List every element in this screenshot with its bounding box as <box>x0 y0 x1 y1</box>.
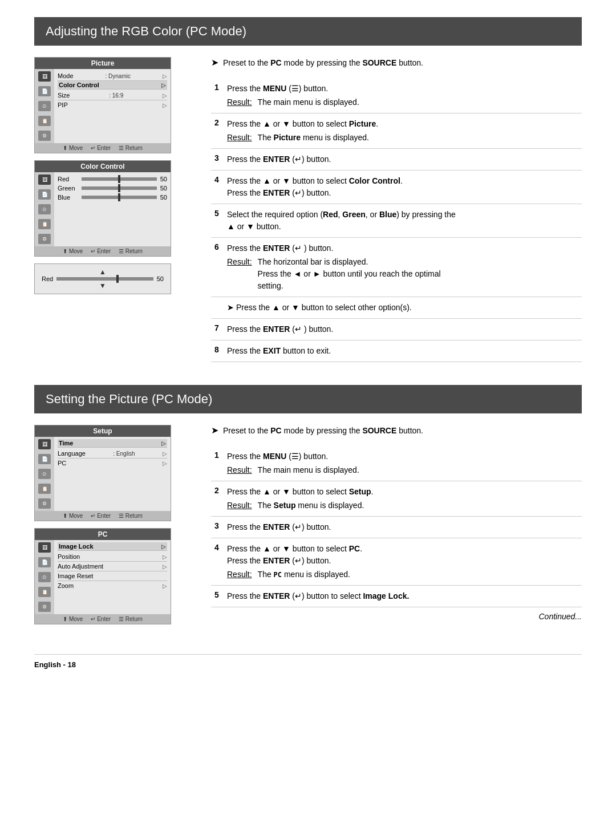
step-8-row: 8 Press the EXIT button to exit. <box>211 340 582 362</box>
cc-red-row: Red 50 <box>58 175 167 184</box>
picture-row-pip: PIP ▷ <box>58 100 167 109</box>
section1-header: Adjusting the RGB Color (PC Mode) <box>34 17 582 46</box>
picture-row-size: Size : 16:9 ▷ <box>58 91 167 100</box>
step-7-content: Press the ENTER (↵ ) button. <box>224 319 582 340</box>
section2-steps-table: 1 Press the MENU (☰) button. Result: The… <box>211 446 582 607</box>
section-setting-picture: Setting the Picture (PC Mode) Setup 🖼 📄 … <box>34 385 582 631</box>
section2-content: Setup 🖼 📄 ⊙ 📋 ⚙ Time ▷ <box>34 425 582 631</box>
menu-icon-4: 📋 <box>38 116 51 126</box>
s2-step-5-row: 5 Press the ENTER (↵) button to select I… <box>211 586 582 607</box>
section1-steps-table: 1 Press the MENU (☰) button. Result: The… <box>211 78 582 362</box>
cc-icon-1: 🖼 <box>38 175 51 185</box>
setup-row-pc: PC ▷ <box>58 458 167 468</box>
step-3-num: 3 <box>211 149 224 171</box>
red-slider-thumb <box>118 175 120 183</box>
s2-step-2-num: 2 <box>211 481 224 517</box>
section2-title: Setting the Picture <box>46 392 148 406</box>
pc-row-imagelock: Image Lock ▷ <box>58 542 167 551</box>
single-slider-box: ▲ Red 50 ▼ <box>34 263 171 294</box>
setup-menu-box: Setup 🖼 📄 ⊙ 📋 ⚙ Time ▷ <box>34 425 171 521</box>
color-control-menu-title: Color Control <box>35 161 171 172</box>
section1-left: Picture 🖼 📄 ⊙ 📋 ⚙ Mode : Dynamic ▷ <box>34 57 194 362</box>
step-3-row: 3 Press the ENTER (↵) button. <box>211 149 582 171</box>
pc-menu-title: PC <box>35 529 171 540</box>
setup-items: Time ▷ Language : English ▷ PC ▷ <box>54 437 171 511</box>
step-1-num: 1 <box>211 78 224 113</box>
color-control-items: Red 50 Green 50 Blue 50 <box>54 172 171 246</box>
step-tip-num <box>211 297 224 319</box>
step-3-content: Press the ENTER (↵) button. <box>224 149 582 171</box>
green-slider-track <box>82 186 157 190</box>
color-control-icons: 🖼 📄 ⊙ 📋 ⚙ <box>35 172 54 246</box>
section2-left: Setup 🖼 📄 ⊙ 📋 ⚙ Time ▷ <box>34 425 194 631</box>
blue-slider-track <box>82 196 157 199</box>
pc-icon-4: 📋 <box>38 587 51 597</box>
picture-menu-body: 🖼 📄 ⊙ 📋 ⚙ Mode : Dynamic ▷ Color <box>35 69 171 143</box>
step-4-num: 4 <box>211 171 224 204</box>
step-2-num: 2 <box>211 113 224 149</box>
step-5-content: Select the required option (Red, Green, … <box>224 204 582 238</box>
setup-row-language: Language : English ▷ <box>58 449 167 458</box>
section1-content: Picture 🖼 📄 ⊙ 📋 ⚙ Mode : Dynamic ▷ <box>34 57 582 362</box>
s2-step-1-num: 1 <box>211 446 224 481</box>
section2-right: ➤ Preset to the PC mode by pressing the … <box>211 425 582 631</box>
step-2-row: 2 Press the ▲ or ▼ button to select Pict… <box>211 113 582 149</box>
menu-icon-1: 🖼 <box>38 71 51 82</box>
s2-step-5-num: 5 <box>211 586 224 607</box>
pc-icon-5: ⚙ <box>38 602 51 612</box>
step-2-result: Result: The Picture menu is displayed. <box>227 132 578 144</box>
section2-preset: ➤ Preset to the PC mode by pressing the … <box>211 425 582 436</box>
setup-icon-1: 🖼 <box>38 439 51 449</box>
s2-step-3-num: 3 <box>211 517 224 538</box>
pc-row-autoadj: Auto Adjustment ▷ <box>58 562 167 571</box>
step-6-row: 6 Press the ENTER (↵ ) button. Result: T… <box>211 238 582 297</box>
s2-step-2-row: 2 Press the ▲ or ▼ button to select Setu… <box>211 481 582 517</box>
pc-items: Image Lock ▷ Position ▷ Auto Adjustment … <box>54 540 171 614</box>
slider-up-arrow: ▲ <box>42 269 164 275</box>
s2-step-1-row: 1 Press the MENU (☰) button. Result: The… <box>211 446 582 481</box>
setup-icon-5: ⚙ <box>38 498 51 509</box>
step-tip-row: ➤ Press the ▲ or ▼ button to select othe… <box>211 297 582 319</box>
step-8-num: 8 <box>211 340 224 362</box>
step-8-content: Press the EXIT button to exit. <box>224 340 582 362</box>
step-4-content: Press the ▲ or ▼ button to select Color … <box>224 171 582 204</box>
preset-arrow-icon: ➤ <box>211 57 218 68</box>
continued-text: Continued... <box>211 612 582 621</box>
pc-icons: 🖼 📄 ⊙ 📋 ⚙ <box>35 540 54 614</box>
s2-step-4-content: Press the ▲ or ▼ button to select PC. Pr… <box>224 538 582 586</box>
pc-menu-footer: ⬆ Move ↵ Enter ☰ Return <box>35 614 171 624</box>
picture-menu-title: Picture <box>35 58 171 69</box>
step-6-result: Result: The horizontal bar is displayed.… <box>227 256 578 292</box>
cc-blue-row: Blue 50 <box>58 193 167 202</box>
single-track-thumb <box>116 275 119 283</box>
pc-icon-1: 🖼 <box>38 542 51 553</box>
section1-right: ➤ Preset to the PC mode by pressing the … <box>211 57 582 362</box>
step-6-num: 6 <box>211 238 224 297</box>
pc-icon-2: 📄 <box>38 557 51 567</box>
pc-row-imagereset: Image Reset <box>58 571 167 581</box>
section1-title: Adjusting the RGB Color <box>46 24 183 38</box>
setup-icon-2: 📄 <box>38 454 51 464</box>
s2-step-3-row: 3 Press the ENTER (↵) button. <box>211 517 582 538</box>
single-track-bar <box>56 277 153 281</box>
picture-menu-box: Picture 🖼 📄 ⊙ 📋 ⚙ Mode : Dynamic ▷ <box>34 57 171 153</box>
cc-icon-5: ⚙ <box>38 234 51 244</box>
step-7-row: 7 Press the ENTER (↵ ) button. <box>211 319 582 340</box>
setup-menu-footer: ⬆ Move ↵ Enter ☰ Return <box>35 511 171 521</box>
section1-subtitle: (PC Mode) <box>183 24 246 38</box>
step-1-result: Result: The main menu is displayed. <box>227 96 578 108</box>
menu-icon-3: ⊙ <box>38 101 51 111</box>
s2-step-2-content: Press the ▲ or ▼ button to select Setup.… <box>224 481 582 517</box>
step-7-num: 7 <box>211 319 224 340</box>
step-5-row: 5 Select the required option (Red, Green… <box>211 204 582 238</box>
menu-icon-2: 📄 <box>38 86 51 96</box>
step-5-num: 5 <box>211 204 224 238</box>
step-2-content: Press the ▲ or ▼ button to select Pictur… <box>224 113 582 149</box>
color-control-menu-box: Color Control 🖼 📄 ⊙ 📋 ⚙ Red 50 <box>34 160 171 257</box>
cc-icon-4: 📋 <box>38 219 51 229</box>
pc-menu-body: 🖼 📄 ⊙ 📋 ⚙ Image Lock ▷ Position <box>35 540 171 614</box>
setup-menu-body: 🖼 📄 ⊙ 📋 ⚙ Time ▷ Language : Engl <box>35 437 171 511</box>
green-slider-thumb <box>118 184 120 192</box>
step-6-content: Press the ENTER (↵ ) button. Result: The… <box>224 238 582 297</box>
footer-text: English - 18 <box>34 660 76 669</box>
